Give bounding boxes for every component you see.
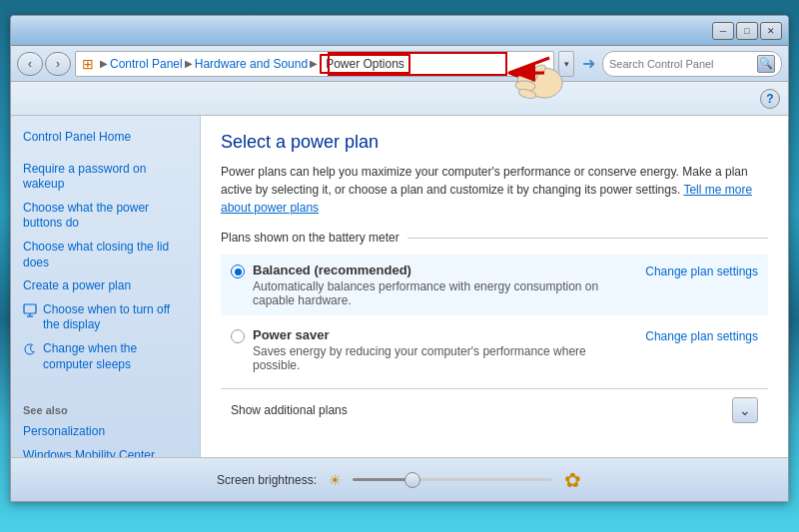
power-saver-change-link[interactable]: Change plan settings <box>645 329 758 343</box>
search-input[interactable] <box>609 58 757 70</box>
main-panel: Select a power plan Power plans can help… <box>201 116 788 457</box>
power-saver-plan-row: Power saver Saves energy by reducing you… <box>221 319 768 380</box>
panel-title: Select a power plan <box>221 132 768 153</box>
divider-line <box>407 238 768 239</box>
nav-buttons: ‹ › <box>17 52 71 76</box>
balanced-plan-name: Balanced (recommended) <box>253 263 635 277</box>
power-saver-radio[interactable] <box>231 329 245 343</box>
balanced-change-link[interactable]: Change plan settings <box>645 265 758 278</box>
power-saver-plan-desc: Saves energy by reducing your computer's… <box>253 344 635 372</box>
panel-description: Power plans can help you maximize your c… <box>221 163 768 217</box>
breadcrumb-hardware-sound[interactable]: Hardware and Sound <box>195 57 308 71</box>
title-bar: ─ □ ✕ <box>11 16 788 46</box>
balanced-plan-desc: Automatically balances performance with … <box>253 279 635 307</box>
sidebar: Control Panel Home Require a password on… <box>11 116 201 457</box>
window-controls: ─ □ ✕ <box>712 22 782 40</box>
balanced-plan-info: Balanced (recommended) Automatically bal… <box>253 263 635 307</box>
power-saver-plan-info: Power saver Saves energy by reducing you… <box>253 327 635 372</box>
section-label: Plans shown on the battery meter <box>221 231 400 245</box>
brightness-dim-icon: ☀ <box>327 472 343 488</box>
sidebar-item-turn-off-display[interactable]: Choose when to turn off the display <box>11 298 200 337</box>
address-bar: ‹ › ⊞ ▶ Control Panel ▶ Hardware and Sou… <box>11 46 788 82</box>
sidebar-item-create-plan[interactable]: Create a power plan <box>11 274 200 298</box>
maximize-button[interactable]: □ <box>736 22 758 40</box>
refresh-button[interactable]: ➜ <box>578 52 598 76</box>
toolbar: ? <box>11 82 788 116</box>
monitor-icon <box>23 303 39 319</box>
forward-button[interactable]: › <box>45 52 71 76</box>
expand-plans-button[interactable]: ⌄ <box>732 397 758 423</box>
search-box: 🔍 <box>602 51 782 77</box>
sidebar-item-lid[interactable]: Choose what closing the lid does <box>11 236 200 274</box>
section-divider: Plans shown on the battery meter <box>221 231 768 245</box>
sidebar-item-mobility[interactable]: Windows Mobility Center <box>11 444 200 457</box>
sleep-icon <box>23 342 39 358</box>
show-additional-row: Show additional plans ⌄ <box>221 388 768 431</box>
sidebar-item-power-buttons[interactable]: Choose what the power buttons do <box>11 197 200 236</box>
radio-dot-filled <box>235 268 242 275</box>
show-additional-text: Show additional plans <box>231 403 732 417</box>
sidebar-item-sleep[interactable]: Change when the computer sleeps <box>11 337 200 376</box>
sidebar-item-wakeup[interactable]: Require a password on wakeup <box>11 158 200 197</box>
control-panel-window: ─ □ ✕ ‹ › ⊞ ▶ Control Panel ▶ Hardwar <box>10 15 789 502</box>
brightness-thumb[interactable] <box>404 472 420 488</box>
balanced-plan-row: Balanced (recommended) Automatically bal… <box>221 255 768 315</box>
breadcrumb-separator-0: ▶ <box>100 58 108 69</box>
sidebar-item-home[interactable]: Control Panel Home <box>11 126 200 150</box>
see-also-section: See also Personalization Windows Mobilit… <box>11 392 200 457</box>
address-dropdown-button[interactable]: ▾ <box>558 51 574 77</box>
balanced-radio[interactable] <box>231 265 245 278</box>
sidebar-item-personalization[interactable]: Personalization <box>11 420 200 444</box>
brightness-slider[interactable] <box>353 478 552 481</box>
breadcrumb-separator-1: ▶ <box>185 58 193 69</box>
see-also-title: See also <box>11 400 200 420</box>
breadcrumb-power-options[interactable]: Power Options <box>320 54 410 74</box>
close-button[interactable]: ✕ <box>760 22 782 40</box>
main-content: Control Panel Home Require a password on… <box>11 116 788 457</box>
brightness-bright-icon: ✿ <box>562 470 582 490</box>
brightness-bar: Screen brightness: ☀ ✿ <box>11 457 788 501</box>
breadcrumb-control-panel[interactable]: Control Panel <box>110 57 183 71</box>
svg-rect-0 <box>24 304 36 313</box>
minimize-button[interactable]: ─ <box>712 22 734 40</box>
brightness-label: Screen brightness: <box>217 473 317 487</box>
power-saver-plan-name: Power saver <box>253 327 635 342</box>
windows-icon: ⊞ <box>82 56 94 72</box>
back-button[interactable]: ‹ <box>17 52 43 76</box>
breadcrumb: ⊞ ▶ Control Panel ▶ Hardware and Sound ▶… <box>75 51 554 77</box>
breadcrumb-separator-2: ▶ <box>310 58 318 69</box>
search-button[interactable]: 🔍 <box>757 55 775 73</box>
help-button[interactable]: ? <box>760 89 780 109</box>
brightness-track <box>353 478 552 481</box>
